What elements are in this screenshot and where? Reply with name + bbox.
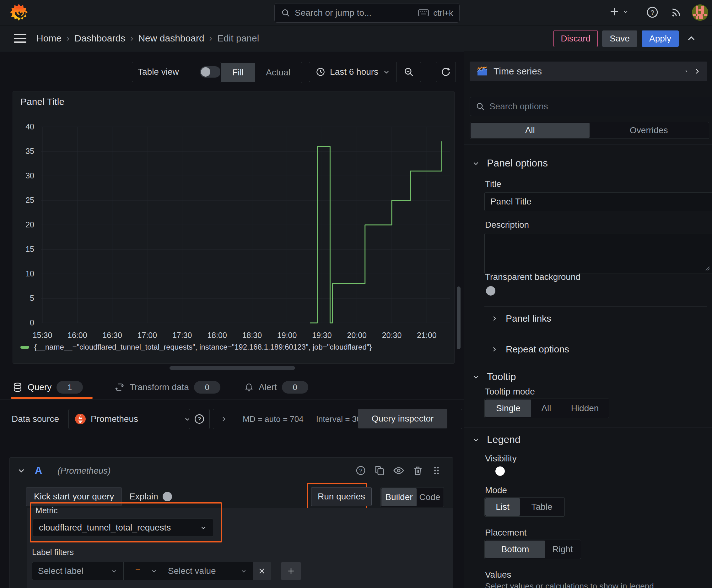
datasource-help-button[interactable]: ? bbox=[189, 409, 210, 429]
chevron-down-icon bbox=[472, 373, 480, 381]
database-icon bbox=[13, 382, 23, 392]
tooltip-mode-single[interactable]: Single bbox=[486, 400, 531, 417]
zoom-out-button[interactable] bbox=[397, 62, 421, 82]
search-shortcut: ctrl+k bbox=[433, 8, 453, 18]
apply-button[interactable]: Apply bbox=[642, 30, 679, 47]
datasource-picker[interactable]: Prometheus bbox=[68, 409, 197, 429]
y-tick-label: 0 bbox=[13, 318, 37, 327]
resize-drag-handle[interactable] bbox=[170, 366, 295, 370]
menu-hamburger-icon[interactable] bbox=[14, 33, 26, 44]
visualization-picker[interactable]: Time series bbox=[470, 62, 698, 81]
description-textarea[interactable] bbox=[484, 233, 712, 274]
legend-header[interactable]: Legend bbox=[472, 434, 520, 445]
legend-placement-bottom[interactable]: Bottom bbox=[486, 541, 545, 558]
query-collapse-chevron-down-icon[interactable] bbox=[17, 466, 26, 475]
select-label-dropdown[interactable]: Select label bbox=[32, 562, 124, 580]
fill-option[interactable]: Fill bbox=[221, 63, 255, 82]
hide-response-eye-icon[interactable] bbox=[393, 465, 405, 477]
discard-button[interactable]: Discard bbox=[554, 30, 598, 47]
tab-overrides[interactable]: Overrides bbox=[589, 123, 709, 138]
code-option[interactable]: Code bbox=[416, 488, 443, 506]
global-search-input[interactable]: Search or jump to... ctrl+k bbox=[274, 3, 459, 23]
duplicate-query-icon[interactable] bbox=[374, 465, 385, 476]
query-ref-id[interactable]: A bbox=[35, 465, 42, 476]
metric-value: cloudflared_tunnel_total_requests bbox=[39, 523, 195, 533]
panel-title[interactable]: Panel Title bbox=[20, 97, 64, 107]
actual-option[interactable]: Actual bbox=[255, 63, 301, 82]
legend-series-name[interactable]: {__name__="cloudflared_tunnel_total_requ… bbox=[34, 343, 372, 352]
svg-text:?: ? bbox=[650, 9, 654, 16]
tab-alert[interactable]: Alert 0 bbox=[241, 377, 311, 398]
panel-links-section[interactable]: Panel links bbox=[491, 313, 551, 324]
bell-icon bbox=[244, 383, 254, 392]
resize-corner-icon[interactable] bbox=[705, 266, 710, 271]
collapse-header-chevron-up-icon[interactable] bbox=[686, 33, 697, 44]
x-tick-label: 20:30 bbox=[377, 331, 406, 340]
tab-all[interactable]: All bbox=[471, 123, 589, 138]
help-icon[interactable]: ? bbox=[645, 5, 659, 19]
grafana-logo-icon[interactable] bbox=[9, 2, 29, 23]
toggle-options-pane-button[interactable] bbox=[687, 62, 707, 81]
table-view-toggle[interactable] bbox=[200, 66, 221, 78]
breadcrumb-bar: Home › Dashboards › New dashboard › Edit… bbox=[0, 25, 712, 51]
y-tick-label: 25 bbox=[13, 196, 37, 205]
tab-query-label: Query bbox=[28, 382, 51, 392]
options-search-input[interactable]: Search options bbox=[470, 97, 712, 116]
run-queries-button[interactable]: Run queries bbox=[311, 487, 372, 506]
chart-legend[interactable]: {__name__="cloudflared_tunnel_total_requ… bbox=[20, 343, 372, 352]
breadcrumb-dashboards[interactable]: Dashboards bbox=[74, 33, 125, 44]
builder-option[interactable]: Builder bbox=[382, 488, 416, 506]
panel-options-header[interactable]: Panel options bbox=[472, 158, 548, 169]
tooltip-mode-all[interactable]: All bbox=[531, 400, 561, 417]
panel-options-title: Panel options bbox=[487, 158, 548, 169]
search-placeholder: Search or jump to... bbox=[295, 8, 414, 18]
add-button[interactable] bbox=[608, 6, 629, 18]
delete-query-trash-icon[interactable] bbox=[412, 465, 424, 476]
panel-title-input[interactable]: Panel Title bbox=[484, 192, 712, 211]
user-avatar[interactable] bbox=[691, 4, 709, 21]
legend-mode-table[interactable]: Table bbox=[520, 498, 564, 516]
tooltip-mode-hidden[interactable]: Hidden bbox=[561, 400, 608, 417]
tab-query[interactable]: Query 1 bbox=[9, 377, 86, 398]
explain-label: Explain bbox=[129, 491, 158, 502]
legend-mode-list[interactable]: List bbox=[486, 498, 520, 516]
metric-select[interactable]: cloudflared_tunnel_total_requests bbox=[33, 519, 213, 537]
label-filters-label: Label filters bbox=[32, 547, 74, 557]
tooltip-mode-label: Tooltip mode bbox=[485, 387, 535, 397]
vertical-scrollbar[interactable] bbox=[457, 287, 460, 349]
legend-placement-right[interactable]: Right bbox=[545, 541, 580, 558]
repeat-options-section[interactable]: Repeat options bbox=[491, 344, 569, 355]
query-inspector-button[interactable]: Query inspector bbox=[358, 409, 447, 428]
svg-text:?: ? bbox=[359, 467, 362, 474]
select-value-dropdown[interactable]: Select value bbox=[162, 562, 253, 580]
legend-values-label: Values bbox=[485, 570, 511, 580]
builder-code-segmented: Builder Code bbox=[381, 487, 444, 507]
y-tick-label: 30 bbox=[13, 171, 37, 180]
save-button[interactable]: Save bbox=[602, 30, 637, 47]
fill-actual-segmented: Fill Actual bbox=[220, 62, 302, 83]
tab-transform-data[interactable]: Transform data 0 bbox=[111, 377, 223, 398]
time-range-picker[interactable]: Last 6 hours bbox=[309, 62, 396, 82]
y-tick-label: 20 bbox=[13, 220, 37, 229]
tooltip-header[interactable]: Tooltip bbox=[472, 371, 516, 383]
drag-handle-icon[interactable] bbox=[431, 465, 442, 476]
chevron-right-icon bbox=[693, 67, 701, 76]
tab-transform-label: Transform data bbox=[130, 382, 189, 392]
chevron-right-icon bbox=[491, 315, 498, 322]
time-series-chart[interactable] bbox=[41, 123, 450, 327]
operator-dropdown[interactable]: = bbox=[123, 562, 162, 580]
refresh-button[interactable] bbox=[436, 62, 456, 82]
breadcrumb-new-dashboard[interactable]: New dashboard bbox=[138, 33, 204, 44]
x-tick-label: 18:30 bbox=[238, 331, 266, 340]
breadcrumb-home[interactable]: Home bbox=[37, 33, 62, 44]
y-tick-label: 15 bbox=[13, 245, 37, 254]
remove-filter-button[interactable] bbox=[253, 562, 271, 580]
query-editor-card: A (Prometheus) ? bbox=[9, 457, 453, 588]
query-help-icon[interactable]: ? bbox=[355, 465, 366, 476]
add-filter-button[interactable] bbox=[281, 562, 301, 580]
transform-icon bbox=[114, 382, 125, 392]
svg-text:?: ? bbox=[198, 416, 201, 422]
keyboard-icon bbox=[418, 9, 429, 17]
news-rss-icon[interactable] bbox=[670, 6, 683, 19]
x-tick-label: 19:00 bbox=[273, 331, 301, 340]
